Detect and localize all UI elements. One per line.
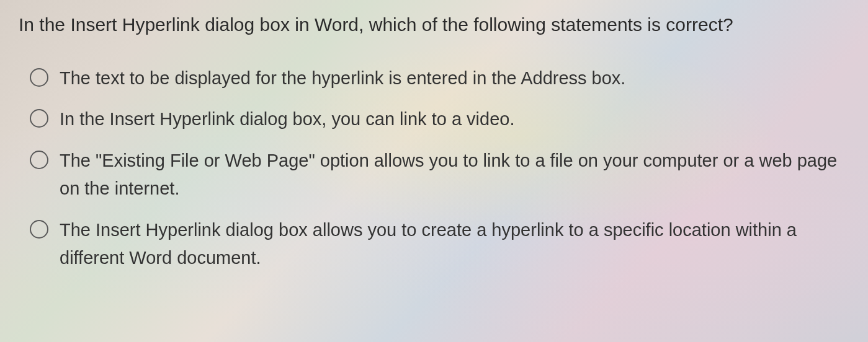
option-4-text: The Insert Hyperlink dialog box allows y… <box>60 216 849 272</box>
option-1-text: The text to be displayed for the hyperli… <box>60 64 849 92</box>
radio-icon[interactable] <box>30 68 48 87</box>
option-2-text: In the Insert Hyperlink dialog box, you … <box>60 105 849 133</box>
question-stem: In the Insert Hyperlink dialog box in Wo… <box>19 11 849 38</box>
option-2[interactable]: In the Insert Hyperlink dialog box, you … <box>30 105 849 133</box>
radio-icon[interactable] <box>30 151 48 169</box>
options-group: The text to be displayed for the hyperli… <box>19 64 849 273</box>
option-4[interactable]: The Insert Hyperlink dialog box allows y… <box>30 216 849 272</box>
radio-icon[interactable] <box>30 220 48 239</box>
option-3[interactable]: The "Existing File or Web Page" option a… <box>30 147 849 203</box>
option-1[interactable]: The text to be displayed for the hyperli… <box>30 64 849 92</box>
option-3-text: The "Existing File or Web Page" option a… <box>60 147 849 203</box>
radio-icon[interactable] <box>30 109 48 128</box>
